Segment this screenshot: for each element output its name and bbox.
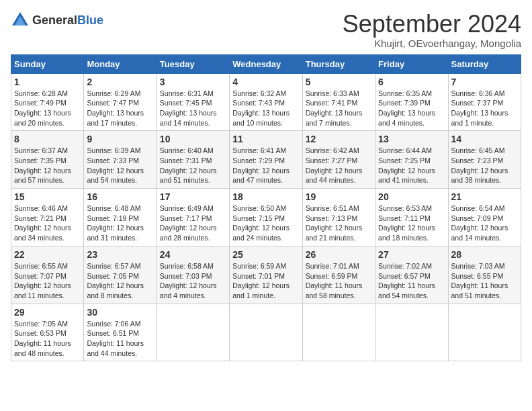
day-number: 16: [87, 191, 153, 202]
daylight-text: Daylight: 11 hours and 51 minutes.: [451, 281, 508, 300]
day-number: 24: [160, 249, 226, 260]
sunset-text: Sunset: 7:31 PM: [160, 156, 212, 165]
header-row: Sunday Monday Tuesday Wednesday Thursday…: [11, 54, 521, 73]
table-row: 19 Sunrise: 6:51 AM Sunset: 7:13 PM Dayl…: [302, 189, 375, 246]
calendar-week-row: 22 Sunrise: 6:55 AM Sunset: 7:07 PM Dayl…: [11, 246, 521, 304]
col-saturday: Saturday: [448, 54, 521, 73]
day-number: 8: [14, 134, 81, 144]
table-row: [230, 304, 302, 361]
sunset-text: Sunset: 6:57 PM: [378, 272, 431, 280]
sunset-text: Sunset: 7:01 PM: [232, 272, 285, 280]
daylight-text: Daylight: 12 hours and 47 minutes.: [232, 167, 290, 185]
table-row: 24 Sunrise: 6:58 AM Sunset: 7:03 PM Dayl…: [157, 246, 229, 304]
day-number: 9: [87, 134, 153, 144]
sunrise-text: Sunrise: 7:05 AM: [14, 320, 68, 328]
sunset-text: Sunset: 7:13 PM: [306, 214, 358, 222]
logo: GeneralBlue: [11, 11, 103, 30]
table-row: 6 Sunrise: 6:35 AM Sunset: 7:39 PM Dayli…: [375, 73, 448, 131]
daylight-text: Daylight: 13 hours and 1 minute.: [451, 109, 508, 127]
logo-blue: Blue: [77, 13, 103, 27]
daylight-text: Daylight: 12 hours and 31 minutes.: [87, 224, 144, 242]
table-row: [448, 304, 521, 361]
table-row: 1 Sunrise: 6:28 AM Sunset: 7:49 PM Dayli…: [11, 73, 84, 131]
day-number: 28: [451, 249, 518, 260]
calendar-week-row: 15 Sunrise: 6:46 AM Sunset: 7:21 PM Dayl…: [11, 189, 521, 246]
sunset-text: Sunset: 6:53 PM: [14, 329, 66, 337]
table-row: 16 Sunrise: 6:48 AM Sunset: 7:19 PM Dayl…: [84, 189, 157, 246]
table-row: 29 Sunrise: 7:05 AM Sunset: 6:53 PM Dayl…: [11, 304, 84, 361]
table-row: 23 Sunrise: 6:57 AM Sunset: 7:05 PM Dayl…: [84, 246, 157, 304]
sunrise-text: Sunrise: 6:45 AM: [451, 146, 505, 154]
table-row: 13 Sunrise: 6:44 AM Sunset: 7:25 PM Dayl…: [375, 131, 448, 189]
table-row: [375, 304, 448, 361]
calendar-week-row: 8 Sunrise: 6:37 AM Sunset: 7:35 PM Dayli…: [11, 131, 521, 189]
day-number: 3: [160, 77, 226, 87]
table-row: [157, 304, 229, 361]
calendar-table: Sunday Monday Tuesday Wednesday Thursday…: [11, 54, 521, 362]
sunset-text: Sunset: 7:35 PM: [14, 156, 66, 165]
sunset-text: Sunset: 7:07 PM: [14, 272, 66, 280]
sunset-text: Sunset: 6:55 PM: [451, 272, 504, 280]
day-number: 20: [378, 191, 445, 202]
table-row: 20 Sunrise: 6:53 AM Sunset: 7:11 PM Dayl…: [375, 189, 448, 246]
daylight-text: Daylight: 12 hours and 57 minutes.: [14, 167, 71, 185]
day-number: 13: [378, 134, 445, 144]
day-number: 17: [160, 191, 226, 202]
sunrise-text: Sunrise: 6:44 AM: [378, 146, 432, 154]
sunset-text: Sunset: 7:47 PM: [87, 99, 139, 107]
daylight-text: Daylight: 11 hours and 58 minutes.: [306, 281, 363, 300]
daylight-text: Daylight: 12 hours and 21 minutes.: [306, 224, 363, 242]
logo-icon: [11, 11, 30, 30]
sunset-text: Sunset: 7:11 PM: [378, 214, 431, 222]
col-tuesday: Tuesday: [157, 54, 229, 73]
day-number: 11: [232, 134, 299, 144]
col-thursday: Thursday: [302, 54, 375, 73]
table-row: 18 Sunrise: 6:50 AM Sunset: 7:15 PM Dayl…: [230, 189, 302, 246]
day-number: 29: [14, 307, 81, 318]
day-number: 26: [306, 249, 372, 260]
daylight-text: Daylight: 12 hours and 34 minutes.: [14, 224, 71, 242]
sunrise-text: Sunrise: 7:06 AM: [87, 320, 140, 328]
daylight-text: Daylight: 13 hours and 14 minutes.: [160, 109, 217, 127]
daylight-text: Daylight: 13 hours and 4 minutes.: [378, 109, 435, 127]
daylight-text: Daylight: 11 hours and 54 minutes.: [378, 281, 435, 300]
sunrise-text: Sunrise: 7:02 AM: [378, 262, 432, 270]
sunrise-text: Sunrise: 6:49 AM: [160, 204, 214, 212]
table-row: 8 Sunrise: 6:37 AM Sunset: 7:35 PM Dayli…: [11, 131, 84, 189]
day-number: 23: [87, 249, 153, 260]
table-row: 17 Sunrise: 6:49 AM Sunset: 7:17 PM Dayl…: [157, 189, 229, 246]
day-number: 6: [378, 77, 445, 87]
day-number: 14: [451, 134, 518, 144]
sunrise-text: Sunrise: 6:58 AM: [160, 262, 214, 270]
sunset-text: Sunset: 7:17 PM: [160, 214, 212, 222]
table-row: 3 Sunrise: 6:31 AM Sunset: 7:45 PM Dayli…: [157, 73, 229, 131]
table-row: 25 Sunrise: 6:59 AM Sunset: 7:01 PM Dayl…: [230, 246, 302, 304]
day-number: 22: [14, 249, 81, 260]
table-row: 11 Sunrise: 6:41 AM Sunset: 7:29 PM Dayl…: [230, 131, 302, 189]
daylight-text: Daylight: 13 hours and 7 minutes.: [306, 109, 363, 127]
sunrise-text: Sunrise: 6:40 AM: [160, 146, 214, 154]
sunset-text: Sunset: 7:37 PM: [451, 99, 504, 107]
daylight-text: Daylight: 12 hours and 54 minutes.: [87, 167, 144, 185]
sunset-text: Sunset: 7:41 PM: [306, 99, 358, 107]
day-number: 10: [160, 134, 226, 144]
table-row: 7 Sunrise: 6:36 AM Sunset: 7:37 PM Dayli…: [448, 73, 521, 131]
day-number: 2: [87, 77, 153, 87]
day-number: 15: [14, 191, 81, 202]
sunset-text: Sunset: 7:15 PM: [232, 214, 285, 222]
logo-general: General: [32, 13, 77, 27]
sunrise-text: Sunrise: 6:36 AM: [451, 89, 505, 97]
table-row: 2 Sunrise: 6:29 AM Sunset: 7:47 PM Dayli…: [84, 73, 157, 131]
sunrise-text: Sunrise: 6:32 AM: [232, 89, 286, 97]
table-row: 21 Sunrise: 6:54 AM Sunset: 7:09 PM Dayl…: [448, 189, 521, 246]
table-row: 14 Sunrise: 6:45 AM Sunset: 7:23 PM Dayl…: [448, 131, 521, 189]
sunrise-text: Sunrise: 7:01 AM: [306, 262, 359, 270]
sunset-text: Sunset: 7:03 PM: [160, 272, 212, 280]
daylight-text: Daylight: 13 hours and 10 minutes.: [232, 109, 290, 127]
sunrise-text: Sunrise: 6:35 AM: [378, 89, 432, 97]
sunset-text: Sunset: 6:59 PM: [306, 272, 358, 280]
sunset-text: Sunset: 7:49 PM: [14, 99, 66, 107]
sunrise-text: Sunrise: 6:41 AM: [232, 146, 286, 154]
subtitle: Khujirt, OEvoerhangay, Mongolia: [343, 38, 521, 49]
day-number: 12: [306, 134, 372, 144]
